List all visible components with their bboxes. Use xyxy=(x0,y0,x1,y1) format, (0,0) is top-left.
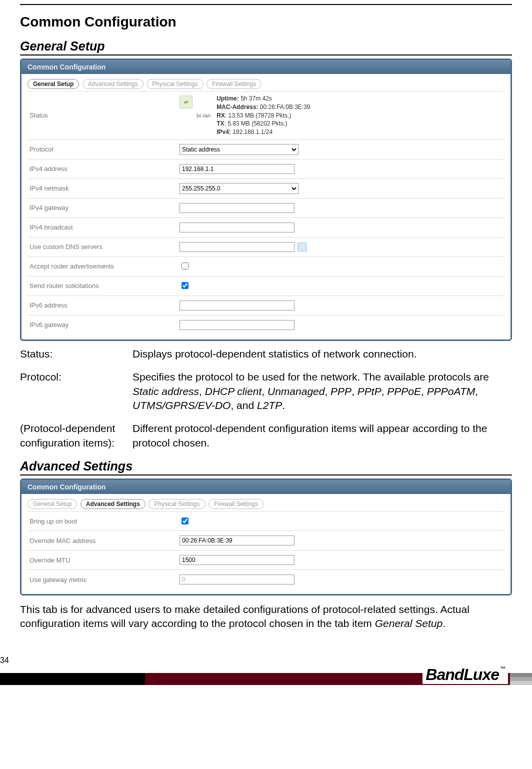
tab-physical-settings-2[interactable]: Physical Settings xyxy=(148,499,205,509)
send-sol-checkbox[interactable] xyxy=(182,282,188,289)
send-sol-label: Send router solicitations xyxy=(30,282,180,290)
override-mac-label: Override MAC address xyxy=(30,537,180,544)
ipv4-gateway-label: IPv4 gateway xyxy=(30,204,180,212)
status-lines: Uptime: 5h 37m 42s MAC-Address: 00:26:FA… xyxy=(216,94,310,136)
tab-general-setup-2[interactable]: General Setup xyxy=(28,499,77,509)
ipv4-gateway-input[interactable] xyxy=(180,203,294,213)
brand-logo: BandLuxe™ xyxy=(422,666,508,684)
interface-name: br-lan xyxy=(196,112,210,118)
tab-physical-settings[interactable]: Physical Settings xyxy=(146,79,203,89)
tab-general-setup[interactable]: General Setup xyxy=(28,79,79,89)
ipv4-broadcast-input[interactable] xyxy=(180,222,294,232)
ipv6-gateway-label: IPv6 gateway xyxy=(30,321,180,328)
override-mtu-input[interactable] xyxy=(180,555,294,565)
gateway-metric-label: Use gateway metric xyxy=(30,576,180,584)
accept-adv-label: Accept router advertisements xyxy=(30,262,180,270)
panel-header-2: Common Configuration xyxy=(22,480,510,494)
section-heading-advanced: Advanced Settings xyxy=(20,459,512,476)
add-icon[interactable] xyxy=(298,242,306,252)
tab-advanced-settings[interactable]: Advanced Settings xyxy=(82,79,144,89)
desc-items-term: (Protocol-dependent configuration items)… xyxy=(20,422,132,450)
override-mtu-label: Override MTU xyxy=(30,556,180,564)
tab-bar-2: General Setup Advanced Settings Physical… xyxy=(28,499,504,509)
desc-status-term: Status: xyxy=(20,347,132,361)
ipv6-address-label: IPv6 address xyxy=(30,302,180,309)
dns-input[interactable] xyxy=(180,242,294,252)
gateway-metric-input[interactable] xyxy=(180,574,294,584)
general-setup-panel: Common Configuration General Setup Advan… xyxy=(20,58,512,341)
protocol-label: Protocol xyxy=(30,146,180,153)
panel-header: Common Configuration xyxy=(22,60,510,74)
bring-up-label: Bring up on boot xyxy=(30,518,180,525)
interface-icon: ⇄ xyxy=(180,96,192,108)
ipv4-netmask-select[interactable]: 255.255.255.0 xyxy=(180,183,298,194)
override-mac-input[interactable] xyxy=(180,536,294,546)
desc-protocol-def: Specifies the protocol to be used for th… xyxy=(132,370,512,412)
bring-up-checkbox[interactable] xyxy=(182,518,188,524)
page-title: Common Configuration xyxy=(20,14,512,30)
protocol-select[interactable]: Static address xyxy=(180,144,298,155)
ipv6-gateway-input[interactable] xyxy=(180,320,294,330)
ipv4-netmask-label: IPv4 netmask xyxy=(30,184,180,192)
accept-adv-checkbox[interactable] xyxy=(182,262,188,270)
advanced-settings-panel: Common Configuration General Setup Advan… xyxy=(20,478,512,596)
section-heading-general: General Setup xyxy=(20,39,512,56)
advanced-description: This tab is for advanced users to make d… xyxy=(20,602,512,631)
tab-firewall-settings-2[interactable]: Firewall Settings xyxy=(208,499,264,509)
status-label: Status xyxy=(30,112,180,119)
ipv4-address-label: IPv4 address xyxy=(30,165,180,172)
tab-firewall-settings[interactable]: Firewall Settings xyxy=(206,79,262,89)
desc-protocol-term: Protocol: xyxy=(20,370,132,412)
page-number: 34 xyxy=(0,656,9,665)
ipv6-address-input[interactable] xyxy=(180,300,294,310)
tab-advanced-settings-2[interactable]: Advanced Settings xyxy=(80,499,146,509)
ipv4-broadcast-label: IPv4 broadcast xyxy=(30,224,180,231)
desc-items-def: Different protocol-dependent configurati… xyxy=(132,422,512,450)
desc-status-def: Displays protocol-dependent statistics o… xyxy=(132,347,512,361)
dns-label: Use custom DNS servers xyxy=(30,243,180,250)
ipv4-address-input[interactable] xyxy=(180,164,294,174)
tab-bar: General Setup Advanced Settings Physical… xyxy=(28,79,504,89)
